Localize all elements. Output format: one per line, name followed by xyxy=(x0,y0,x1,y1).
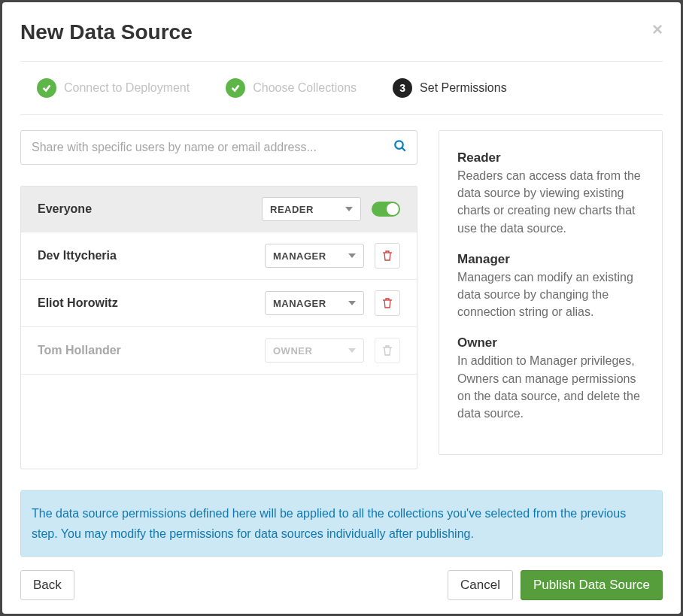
modal-title: New Data Source xyxy=(20,20,193,44)
checkmark-icon xyxy=(226,78,245,98)
permission-row: Tom Hollander OWNER xyxy=(21,327,417,375)
chevron-down-icon xyxy=(348,253,356,258)
role-title: Reader xyxy=(457,150,644,165)
svg-line-1 xyxy=(402,147,405,151)
role-select: OWNER xyxy=(265,338,364,363)
permission-name: Eliot Horowitz xyxy=(38,296,254,310)
everyone-toggle[interactable] xyxy=(372,202,400,217)
role-select[interactable]: READER xyxy=(262,197,361,221)
permission-name: Tom Hollander xyxy=(38,344,254,357)
role-value: OWNER xyxy=(273,345,312,357)
step-connect: Connect to Deployment xyxy=(37,78,190,98)
delete-button[interactable] xyxy=(375,243,400,269)
permission-row: Dev Ittycheria MANAGER xyxy=(21,232,417,280)
step-permissions: 3 Set Permissions xyxy=(393,78,507,98)
role-select[interactable]: MANAGER xyxy=(265,291,364,315)
modal-footer: Back Cancel Publish Data Source xyxy=(20,570,663,600)
permission-row-everyone: Everyone READER xyxy=(21,187,417,232)
role-desc: In addition to Manager privileges, Owner… xyxy=(457,352,644,422)
step-number-icon: 3 xyxy=(393,78,412,98)
close-icon[interactable]: × xyxy=(652,20,663,38)
permission-name: Everyone xyxy=(38,202,251,216)
chevron-down-icon xyxy=(348,301,356,305)
publish-button[interactable]: Publish Data Source xyxy=(521,570,663,600)
role-select[interactable]: MANAGER xyxy=(265,244,364,268)
role-desc: Managers can modify an existing data sou… xyxy=(457,269,644,321)
step-label: Choose Collections xyxy=(253,81,357,95)
wizard-stepper: Connect to Deployment Choose Collections… xyxy=(20,62,663,115)
role-desc: Readers can access data from the data so… xyxy=(457,167,644,237)
delete-button xyxy=(375,338,400,363)
step-collections: Choose Collections xyxy=(226,78,357,98)
user-search xyxy=(20,130,417,165)
step-label: Connect to Deployment xyxy=(64,81,190,95)
cancel-button[interactable]: Cancel xyxy=(448,570,513,600)
checkmark-icon xyxy=(37,78,56,98)
search-icon[interactable] xyxy=(393,139,407,156)
info-banner: The data source permissions defined here… xyxy=(20,490,663,557)
search-input[interactable] xyxy=(20,130,417,165)
role-value: MANAGER xyxy=(273,250,326,262)
roles-help-panel: Reader Readers can access data from the … xyxy=(439,130,663,455)
new-data-source-modal: New Data Source × Connect to Deployment … xyxy=(2,2,681,614)
role-value: MANAGER xyxy=(273,298,326,309)
permission-row: Eliot Horowitz MANAGER xyxy=(21,280,417,327)
back-button[interactable]: Back xyxy=(20,570,74,600)
role-title: Manager xyxy=(457,252,644,267)
delete-button[interactable] xyxy=(375,290,400,316)
chevron-down-icon xyxy=(345,207,353,211)
permission-name: Dev Ittycheria xyxy=(38,249,254,262)
chevron-down-icon xyxy=(348,348,356,353)
role-title: Owner xyxy=(457,335,644,350)
permissions-list[interactable]: Everyone READER Dev Ittycheria MANAGER xyxy=(20,186,417,469)
modal-header: New Data Source × xyxy=(20,20,663,62)
svg-point-0 xyxy=(395,141,403,149)
step-label: Set Permissions xyxy=(420,81,507,95)
role-value: READER xyxy=(270,204,314,215)
